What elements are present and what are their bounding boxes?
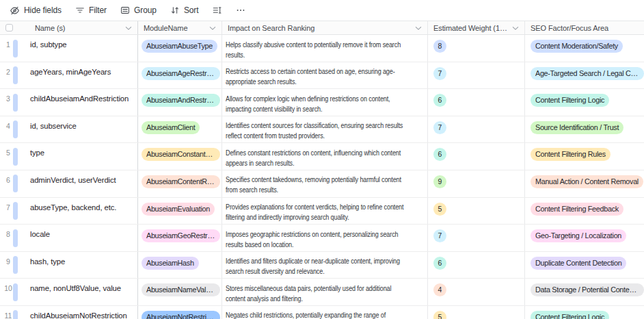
cell-name[interactable]: hash, type — [23, 252, 138, 279]
cell-name[interactable]: adminVerdict, userVerdict — [23, 170, 138, 197]
cell-module[interactable]: AbuseiamGeoRestriction — [138, 225, 222, 251]
cell-seo[interactable]: Content Filtering Feedback — [525, 198, 644, 225]
cell-impact[interactable]: Specifies content takedowns, removing po… — [222, 170, 428, 197]
cell-seo[interactable]: Geo-Targeting / Localization — [525, 225, 644, 251]
chevron-down-icon — [415, 24, 422, 32]
cell-impact[interactable]: Negates child restrictions, potentially … — [222, 306, 428, 319]
cell-name[interactable]: id, subtype — [23, 35, 138, 62]
row-select-area[interactable]: 1 — [0, 35, 23, 62]
cell-impact[interactable]: Stores miscellaneous data pairs, potenti… — [222, 279, 428, 305]
filter-label: Filter — [89, 5, 107, 15]
row-select-area[interactable]: 2 — [0, 62, 23, 89]
impact-text-line: from search results. — [226, 185, 403, 195]
row-select-area[interactable]: 8 — [0, 225, 23, 251]
column-header-weight[interactable]: Estimated Weight (1-10) — [428, 21, 525, 34]
row-color-marker — [13, 256, 18, 274]
cell-module[interactable]: AbuseiamAndRestriction — [138, 89, 222, 116]
cell-seo[interactable]: Manual Action / Content Removal — [525, 170, 644, 197]
column-label: Name (s) — [35, 24, 122, 32]
cell-weight[interactable]: 4 — [428, 279, 525, 305]
view-toolbar: Hide fields Filter Group — [0, 0, 644, 21]
cell-seo[interactable]: Content Filtering Logic — [525, 306, 644, 319]
cell-module[interactable]: AbuseiamNotRestriction — [138, 306, 222, 319]
cell-name[interactable]: name, nonUtf8Value, value — [23, 279, 138, 305]
cell-weight[interactable]: 5 — [428, 198, 525, 225]
cell-module[interactable]: AbuseiamAbuseType — [138, 35, 222, 62]
cell-module[interactable]: AbuseiamConstantRes… — [138, 143, 222, 170]
cell-impact[interactable]: Imposes geographic restrictions on conte… — [222, 225, 428, 251]
cell-impact[interactable]: Identifies content sources for classific… — [222, 116, 428, 143]
cell-module[interactable]: AbuseiamNameValuePair — [138, 279, 222, 305]
cell-module[interactable]: AbuseiamEvaluation — [138, 198, 222, 225]
weight-badge: 7 — [433, 229, 446, 242]
weight-badge: 6 — [433, 257, 446, 270]
filter-button[interactable]: Filter — [72, 3, 109, 17]
cell-impact[interactable]: Provides explanations for content verdic… — [222, 198, 428, 225]
column-header-seo[interactable]: SEO Factor/Focus Area — [525, 21, 644, 34]
module-tag: AbuseiamConstantRes… — [142, 148, 220, 161]
row-select-area[interactable]: 10 — [0, 279, 23, 305]
overflow-button[interactable] — [233, 3, 248, 17]
cell-weight[interactable]: 7 — [428, 62, 525, 89]
row-select-area[interactable]: 5 — [0, 143, 23, 170]
cell-seo[interactable]: Content Filtering Rules — [525, 143, 644, 170]
cell-name[interactable]: abuseType, backend, etc. — [23, 198, 138, 225]
row-select-area[interactable]: 9 — [0, 252, 23, 279]
cell-seo[interactable]: Content Filtering Logic — [525, 89, 644, 116]
column-header-modulename[interactable]: ModuleName — [138, 21, 222, 34]
weight-badge: 6 — [433, 94, 446, 107]
cell-seo[interactable]: Duplicate Content Detection — [525, 252, 644, 279]
cell-seo[interactable]: Data Storage / Potential Content Anal… — [525, 279, 644, 305]
cell-weight[interactable]: 6 — [428, 252, 525, 279]
cell-module[interactable]: AbuseiamClient — [138, 116, 222, 143]
column-header-impact[interactable]: Impact on Search Ranking — [222, 21, 428, 34]
select-all-checkbox[interactable] — [5, 24, 13, 31]
seo-tag: Duplicate Content Detection — [531, 257, 626, 270]
row-select-area[interactable]: 7 — [0, 198, 23, 225]
column-header-name[interactable]: Name (s) — [23, 21, 138, 34]
seo-tag: Source Identification / Trust — [531, 121, 623, 134]
seo-tag: Content Filtering Logic — [531, 311, 609, 319]
cell-impact[interactable]: Restricts access to certain content base… — [222, 62, 428, 89]
cell-name[interactable]: ageYears, minAgeYears — [23, 62, 138, 89]
cell-weight[interactable]: 7 — [428, 116, 525, 143]
cell-weight[interactable]: 7 — [428, 225, 525, 251]
module-tag: AbuseiamHash — [142, 257, 199, 270]
cell-seo[interactable]: Source Identification / Trust — [525, 116, 644, 143]
cell-seo[interactable]: Age-Targeted Search / Legal Complia… — [525, 62, 644, 89]
cell-impact[interactable]: Allows for complex logic when defining r… — [222, 89, 428, 116]
row-select-area[interactable]: 6 — [0, 170, 23, 197]
cell-name[interactable]: locale — [23, 225, 138, 251]
cell-impact[interactable]: Defines constant restrictions on content… — [222, 143, 428, 170]
group-label: Group — [134, 5, 157, 15]
cell-name[interactable]: childAbuseiamAndRestriction — [23, 89, 138, 116]
row-select-area[interactable]: 3 — [0, 89, 23, 116]
cell-module[interactable]: AbuseiamAgeRestriction — [138, 62, 222, 89]
cell-weight[interactable]: 6 — [428, 143, 525, 170]
sort-button[interactable]: Sort — [167, 3, 202, 17]
cell-weight[interactable]: 8 — [428, 35, 525, 62]
weight-badge: 4 — [433, 283, 446, 296]
row-color-marker — [13, 175, 18, 192]
cell-weight[interactable]: 5 — [428, 306, 525, 319]
cell-weight[interactable]: 9 — [428, 170, 525, 197]
row-select-area[interactable]: 11 — [0, 306, 23, 319]
cell-impact[interactable]: Identifies and filters duplicate or near… — [222, 252, 428, 279]
row-height-button[interactable] — [209, 3, 225, 17]
table-row: 5 type AbuseiamConstantRes… Defines cons… — [0, 143, 644, 170]
cell-module[interactable]: AbuseiamHash — [138, 252, 222, 279]
hide-fields-button[interactable]: Hide fields — [7, 3, 64, 18]
table-row: 8 locale AbuseiamGeoRestriction Imposes … — [0, 225, 644, 252]
cell-module[interactable]: AbuseiamContentRestr… — [138, 170, 222, 197]
row-select-area[interactable]: 4 — [0, 116, 23, 143]
filter-icon — [75, 5, 85, 15]
cell-name[interactable]: childAbuseiamNotRestriction — [23, 306, 138, 319]
cell-weight[interactable]: 6 — [428, 89, 525, 116]
cell-seo[interactable]: Content Moderation/Safety — [525, 35, 644, 62]
impact-text-line: appropriate search results. — [226, 77, 403, 87]
cell-name[interactable]: type — [23, 143, 138, 170]
cell-name[interactable]: id, subservice — [23, 116, 138, 143]
cell-impact[interactable]: Helps classify abusive content to potent… — [222, 35, 428, 62]
module-tag: AbuseiamNameValuePair — [142, 283, 220, 296]
group-button[interactable]: Group — [118, 3, 159, 17]
